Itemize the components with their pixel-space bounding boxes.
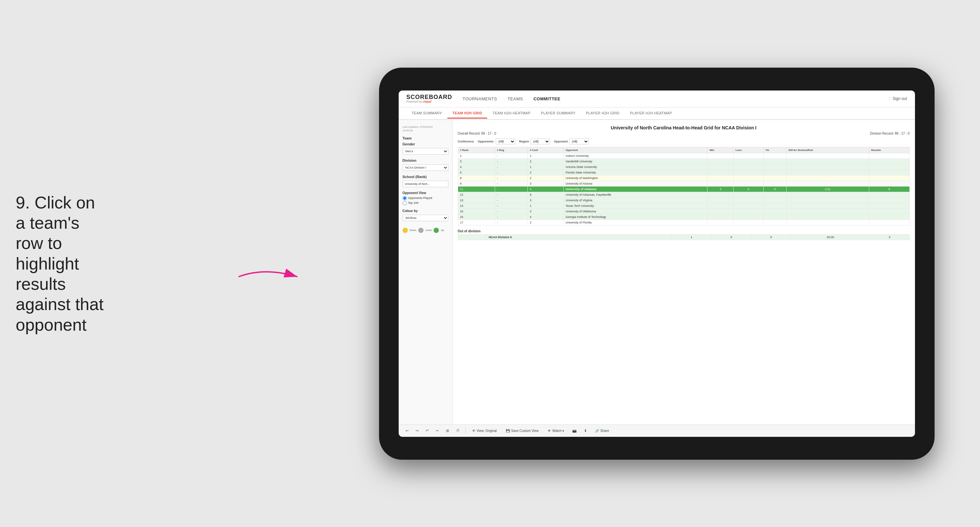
sidebar-school-label: School (Rank) [402, 175, 448, 179]
cell-rank: 3 [458, 158, 495, 164]
cell-opponent: University of Washington [563, 175, 708, 181]
table-row[interactable]: 3 - 2 Vanderbilt University [458, 158, 909, 164]
table-row[interactable]: 2 - 1 Auburn University [458, 153, 909, 158]
radio-opponents-played[interactable]: Opponents Played [402, 196, 448, 200]
toolbar-screenshot[interactable]: 📷 [571, 428, 578, 434]
toolbar-save[interactable]: 💾 Save Custom View [503, 428, 541, 433]
cell-opponent: Florida State University [563, 170, 708, 175]
table-row[interactable]: 4 - 1 Arizona State University [458, 164, 909, 170]
colour-legend: Down Level Up [402, 228, 448, 233]
table-row[interactable]: 14 - 1 Texas Tech University [458, 203, 909, 209]
toolbar-copy[interactable]: ⊞ [444, 428, 450, 434]
tablet-frame: SCOREBOARD Powered by clippd TOURNAMENTS… [379, 68, 935, 460]
cell-opponent: Auburn University [563, 153, 708, 158]
toolbar-redo[interactable]: ↪ [414, 428, 420, 434]
col-diff: Diff Av Strokes/Rnd [786, 147, 869, 153]
radio-top100-label: Top 100 [408, 201, 418, 205]
filter-region-select[interactable]: (All) [530, 139, 550, 145]
colour-label-down: Down [410, 229, 416, 232]
cell-opponent: University of Florida [563, 220, 708, 225]
filter-conference-label: Conference [458, 140, 474, 143]
filter-region: Region (All) [519, 139, 550, 145]
table-row[interactable]: 9 - 3 University of Arizona [458, 181, 909, 186]
sidebar-school-value[interactable]: University of Nort... [402, 181, 448, 187]
table-header: # Rank # Reg # Conf Opponent Win Loss Ti… [458, 147, 909, 153]
filter-opponents: Opponents: (All) [478, 139, 515, 145]
grid-title: University of North Carolina Head-to-Hea… [458, 125, 910, 131]
radio-top100[interactable]: Top 100 [402, 201, 448, 205]
toolbar-share[interactable]: 🔗 Share [592, 428, 612, 433]
colour-label-up: Up [441, 229, 444, 232]
save-icon: 💾 [506, 429, 510, 433]
cell-opponent: Georgia Institute of Technology [563, 214, 708, 220]
table-row-highlighted[interactable]: 11 - 5 University of Alabama 3 0 0 2.61 … [458, 186, 909, 192]
tab-player-h2h-grid[interactable]: PLAYER H2H GRID [581, 108, 625, 119]
toolbar-watch[interactable]: 👁 Watch ▾ [545, 428, 566, 433]
cell-out-div-opponent: NCAA Division II [487, 234, 671, 240]
colour-dot-level [418, 228, 423, 233]
toolbar-cut[interactable]: ✂ [434, 428, 441, 434]
sidebar-gender-select[interactable]: Men's [402, 148, 448, 154]
logo-area: SCOREBOARD Powered by clippd [407, 94, 452, 103]
nav-committee[interactable]: COMMITTEE [533, 95, 560, 103]
toolbar-back[interactable]: ↶ [424, 428, 430, 434]
watch-icon: 👁 [548, 429, 551, 433]
col-opponent: Opponent [563, 147, 708, 153]
cell-conf: 1 [528, 153, 563, 158]
colour-label-level: Level [425, 229, 432, 232]
toolbar-download[interactable]: ⬇ [582, 428, 589, 434]
radio-top100-input[interactable] [402, 201, 407, 205]
toolbar-sep1 [465, 427, 466, 434]
table-row[interactable]: 8 - 2 University of Washington [458, 175, 909, 181]
nav-tournaments[interactable]: TOURNAMENTS [463, 95, 497, 103]
col-reg: # Reg [495, 147, 528, 153]
toolbar-view-icon: 👁 [472, 429, 476, 433]
cell-rank: 2 [458, 153, 495, 158]
sidebar-team-label: Team [402, 136, 448, 140]
tab-team-h2h-grid[interactable]: TEAM H2H GRID [447, 108, 488, 119]
table-row[interactable]: 13 - 3 University of Virginia [458, 197, 909, 203]
filter-opponents-label: Opponents: [478, 140, 495, 143]
table-row[interactable]: 12 - 6 University of Arkansas, Fayettevi… [458, 192, 909, 197]
sub-nav: TEAM SUMMARY TEAM H2H GRID TEAM H2H HEAT… [399, 107, 915, 120]
sidebar-gender-label: Gender [402, 142, 448, 146]
col-tie: Tie [764, 147, 786, 153]
toolbar-watch-label: Watch ▾ [552, 429, 564, 433]
col-rank: # Rank [458, 147, 495, 153]
cell-opponent-highlighted: University of Alabama [563, 186, 708, 192]
tab-player-h2h-heatmap[interactable]: PLAYER H2H HEATMAP [625, 108, 677, 119]
toolbar-view[interactable]: 👁 View: Original [469, 428, 500, 433]
filter-opponent-select[interactable]: (All) [569, 139, 589, 145]
nav-sign-out[interactable]: Sign out [889, 96, 907, 101]
arrow-graphic [232, 264, 304, 290]
sidebar-timestamp: Last Updated: 27/03/2024 16:55:38 [402, 125, 448, 132]
sidebar-opponent-view: Opponent View Opponents Played Top 100 [402, 191, 448, 205]
logo-powered: Powered by clippd [407, 100, 452, 103]
data-table: # Rank # Reg # Conf Opponent Win Loss Ti… [458, 147, 910, 225]
table-row[interactable]: NCAA Division II 1 0 0 26.00 3 [458, 234, 909, 240]
tab-team-h2h-heatmap[interactable]: TEAM H2H HEATMAP [487, 108, 536, 119]
tab-team-summary[interactable]: TEAM SUMMARY [407, 108, 447, 119]
sidebar-colour-select[interactable]: Win/loss [402, 215, 448, 221]
filter-region-label: Region [519, 140, 530, 143]
toolbar-share-label: Share [600, 429, 609, 433]
cell-reg: - [495, 153, 528, 158]
nav-teams[interactable]: TEAMS [508, 95, 523, 103]
radio-opponents-played-input[interactable] [402, 196, 407, 200]
table-row[interactable]: 15 - 2 University of Oklahoma [458, 209, 909, 214]
table-row[interactable]: 16 - 4 Georgia Institute of Technology [458, 214, 909, 220]
sidebar-division-select[interactable]: NCAA Division I [402, 164, 448, 171]
nav-links: TOURNAMENTS TEAMS COMMITTEE [463, 95, 889, 103]
instruction-step: 9. [16, 193, 30, 212]
table-row[interactable]: 17 - 2 University of Florida [458, 220, 909, 225]
table-row[interactable]: 6 - 2 Florida State University [458, 170, 909, 175]
toolbar-save-label: Save Custom View [511, 429, 539, 433]
sign-out-label: Sign out [892, 96, 907, 101]
cell-opponent: Texas Tech University [563, 203, 708, 209]
toolbar-clock[interactable]: ⏱ [455, 428, 461, 433]
filter-opponents-select[interactable]: (All) [496, 139, 515, 145]
cell-opponent: Arizona State University [563, 164, 708, 170]
filter-opponent: Opponent (All) [554, 139, 589, 145]
tab-player-summary[interactable]: PLAYER SUMMARY [536, 108, 581, 119]
toolbar-undo[interactable]: ↩ [404, 428, 410, 434]
